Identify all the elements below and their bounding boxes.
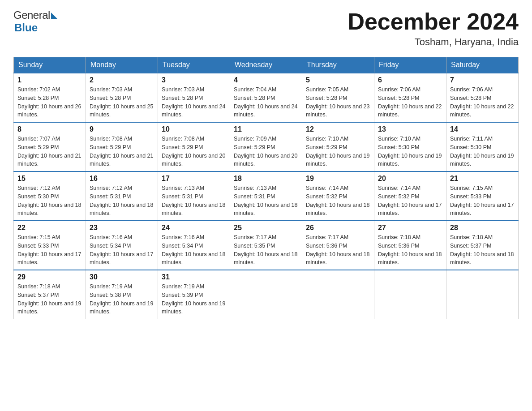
- day-info: Sunrise: 7:18 AM Sunset: 5:37 PM Dayligh…: [450, 233, 515, 267]
- day-info: Sunrise: 7:15 AM Sunset: 5:33 PM Dayligh…: [450, 184, 515, 218]
- calendar-cell: 20 Sunrise: 7:14 AM Sunset: 5:32 PM Dayl…: [374, 171, 446, 221]
- calendar-cell: [374, 270, 446, 319]
- calendar-cell: 17 Sunrise: 7:13 AM Sunset: 5:31 PM Dayl…: [158, 171, 230, 221]
- logo-general-text: General: [13, 9, 50, 21]
- calendar-cell: 19 Sunrise: 7:14 AM Sunset: 5:32 PM Dayl…: [302, 171, 374, 221]
- page-header: General Blue December 2024 Tosham, Harya…: [13, 9, 519, 48]
- day-number: 1: [17, 76, 82, 84]
- day-info: Sunrise: 7:14 AM Sunset: 5:32 PM Dayligh…: [306, 184, 370, 218]
- header-saturday: Saturday: [446, 57, 519, 73]
- calendar-week-4: 22 Sunrise: 7:15 AM Sunset: 5:33 PM Dayl…: [14, 221, 519, 270]
- calendar-cell: 29 Sunrise: 7:18 AM Sunset: 5:37 PM Dayl…: [14, 270, 86, 319]
- calendar-week-5: 29 Sunrise: 7:18 AM Sunset: 5:37 PM Dayl…: [14, 270, 519, 319]
- calendar-cell: 10 Sunrise: 7:08 AM Sunset: 5:29 PM Dayl…: [158, 122, 230, 171]
- calendar-cell: 24 Sunrise: 7:16 AM Sunset: 5:34 PM Dayl…: [158, 221, 230, 270]
- day-number: 19: [306, 175, 370, 183]
- calendar-cell: 14 Sunrise: 7:11 AM Sunset: 5:30 PM Dayl…: [446, 122, 519, 171]
- logo-arrow-icon: [51, 13, 57, 19]
- day-info: Sunrise: 7:07 AM Sunset: 5:29 PM Dayligh…: [17, 135, 82, 168]
- day-number: 30: [90, 273, 154, 281]
- day-number: 26: [306, 224, 370, 232]
- day-info: Sunrise: 7:19 AM Sunset: 5:39 PM Dayligh…: [162, 283, 226, 316]
- calendar-cell: 13 Sunrise: 7:10 AM Sunset: 5:30 PM Dayl…: [374, 122, 446, 171]
- day-info: Sunrise: 7:10 AM Sunset: 5:30 PM Dayligh…: [378, 135, 442, 168]
- day-number: 29: [17, 273, 82, 281]
- calendar-cell: 15 Sunrise: 7:12 AM Sunset: 5:30 PM Dayl…: [14, 171, 86, 221]
- day-info: Sunrise: 7:17 AM Sunset: 5:36 PM Dayligh…: [306, 233, 370, 267]
- day-info: Sunrise: 7:02 AM Sunset: 5:28 PM Dayligh…: [17, 86, 82, 119]
- calendar-cell: 5 Sunrise: 7:05 AM Sunset: 5:28 PM Dayli…: [302, 73, 374, 122]
- day-info: Sunrise: 7:08 AM Sunset: 5:29 PM Dayligh…: [90, 135, 154, 168]
- calendar-cell: 6 Sunrise: 7:06 AM Sunset: 5:28 PM Dayli…: [374, 73, 446, 122]
- header-wednesday: Wednesday: [230, 57, 302, 73]
- calendar-cell: 12 Sunrise: 7:10 AM Sunset: 5:29 PM Dayl…: [302, 122, 374, 171]
- day-info: Sunrise: 7:19 AM Sunset: 5:38 PM Dayligh…: [90, 283, 154, 316]
- day-number: 13: [378, 125, 442, 133]
- calendar-cell: 25 Sunrise: 7:17 AM Sunset: 5:35 PM Dayl…: [230, 221, 302, 270]
- day-info: Sunrise: 7:12 AM Sunset: 5:30 PM Dayligh…: [17, 184, 82, 218]
- day-info: Sunrise: 7:04 AM Sunset: 5:28 PM Dayligh…: [234, 86, 298, 119]
- day-number: 4: [234, 76, 298, 84]
- calendar-cell: 1 Sunrise: 7:02 AM Sunset: 5:28 PM Dayli…: [14, 73, 86, 122]
- day-number: 9: [90, 125, 154, 133]
- day-info: Sunrise: 7:16 AM Sunset: 5:34 PM Dayligh…: [162, 233, 226, 267]
- calendar-cell: 16 Sunrise: 7:12 AM Sunset: 5:31 PM Dayl…: [86, 171, 158, 221]
- day-number: 17: [162, 175, 226, 183]
- day-number: 7: [450, 76, 515, 84]
- day-number: 31: [162, 273, 226, 281]
- calendar-cell: [230, 270, 302, 319]
- calendar-cell: [446, 270, 519, 319]
- calendar-week-3: 15 Sunrise: 7:12 AM Sunset: 5:30 PM Dayl…: [14, 171, 519, 221]
- calendar-cell: 23 Sunrise: 7:16 AM Sunset: 5:34 PM Dayl…: [86, 221, 158, 270]
- calendar-cell: 7 Sunrise: 7:06 AM Sunset: 5:28 PM Dayli…: [446, 73, 519, 122]
- day-number: 28: [450, 224, 515, 232]
- day-number: 2: [90, 76, 154, 84]
- calendar-cell: [302, 270, 374, 319]
- day-number: 24: [162, 224, 226, 232]
- day-info: Sunrise: 7:13 AM Sunset: 5:31 PM Dayligh…: [162, 184, 226, 218]
- day-number: 12: [306, 125, 370, 133]
- calendar-week-2: 8 Sunrise: 7:07 AM Sunset: 5:29 PM Dayli…: [14, 122, 519, 171]
- day-info: Sunrise: 7:12 AM Sunset: 5:31 PM Dayligh…: [90, 184, 154, 218]
- calendar-cell: 30 Sunrise: 7:19 AM Sunset: 5:38 PM Dayl…: [86, 270, 158, 319]
- calendar-cell: 9 Sunrise: 7:08 AM Sunset: 5:29 PM Dayli…: [86, 122, 158, 171]
- calendar-cell: 11 Sunrise: 7:09 AM Sunset: 5:29 PM Dayl…: [230, 122, 302, 171]
- calendar-cell: 26 Sunrise: 7:17 AM Sunset: 5:36 PM Dayl…: [302, 221, 374, 270]
- day-info: Sunrise: 7:03 AM Sunset: 5:28 PM Dayligh…: [162, 86, 226, 119]
- header-friday: Friday: [374, 57, 446, 73]
- header-monday: Monday: [86, 57, 158, 73]
- day-info: Sunrise: 7:03 AM Sunset: 5:28 PM Dayligh…: [90, 86, 154, 119]
- day-info: Sunrise: 7:06 AM Sunset: 5:28 PM Dayligh…: [450, 86, 515, 119]
- day-number: 11: [234, 125, 298, 133]
- day-info: Sunrise: 7:14 AM Sunset: 5:32 PM Dayligh…: [378, 184, 442, 218]
- calendar-cell: 21 Sunrise: 7:15 AM Sunset: 5:33 PM Dayl…: [446, 171, 519, 221]
- day-info: Sunrise: 7:11 AM Sunset: 5:30 PM Dayligh…: [450, 135, 515, 168]
- day-info: Sunrise: 7:09 AM Sunset: 5:29 PM Dayligh…: [234, 135, 298, 168]
- calendar-header-row: Sunday Monday Tuesday Wednesday Thursday…: [14, 57, 519, 73]
- header-thursday: Thursday: [302, 57, 374, 73]
- day-info: Sunrise: 7:18 AM Sunset: 5:37 PM Dayligh…: [17, 283, 82, 316]
- calendar-cell: 31 Sunrise: 7:19 AM Sunset: 5:39 PM Dayl…: [158, 270, 230, 319]
- calendar-title: December 2024: [348, 9, 519, 34]
- day-number: 5: [306, 76, 370, 84]
- calendar-cell: 28 Sunrise: 7:18 AM Sunset: 5:37 PM Dayl…: [446, 221, 519, 270]
- day-info: Sunrise: 7:05 AM Sunset: 5:28 PM Dayligh…: [306, 86, 370, 119]
- day-info: Sunrise: 7:18 AM Sunset: 5:36 PM Dayligh…: [378, 233, 442, 267]
- day-number: 20: [378, 175, 442, 183]
- calendar-subtitle: Tosham, Haryana, India: [348, 36, 519, 48]
- day-number: 10: [162, 125, 226, 133]
- day-info: Sunrise: 7:08 AM Sunset: 5:29 PM Dayligh…: [162, 135, 226, 168]
- calendar-week-1: 1 Sunrise: 7:02 AM Sunset: 5:28 PM Dayli…: [14, 73, 519, 122]
- day-number: 27: [378, 224, 442, 232]
- logo-blue-text: Blue: [13, 21, 38, 34]
- day-number: 22: [17, 224, 82, 232]
- day-number: 15: [17, 175, 82, 183]
- header-tuesday: Tuesday: [158, 57, 230, 73]
- calendar-cell: 22 Sunrise: 7:15 AM Sunset: 5:33 PM Dayl…: [14, 221, 86, 270]
- day-number: 25: [234, 224, 298, 232]
- calendar-cell: 27 Sunrise: 7:18 AM Sunset: 5:36 PM Dayl…: [374, 221, 446, 270]
- calendar-cell: 2 Sunrise: 7:03 AM Sunset: 5:28 PM Dayli…: [86, 73, 158, 122]
- calendar-cell: 18 Sunrise: 7:13 AM Sunset: 5:31 PM Dayl…: [230, 171, 302, 221]
- header-sunday: Sunday: [14, 57, 86, 73]
- day-info: Sunrise: 7:13 AM Sunset: 5:31 PM Dayligh…: [234, 184, 298, 218]
